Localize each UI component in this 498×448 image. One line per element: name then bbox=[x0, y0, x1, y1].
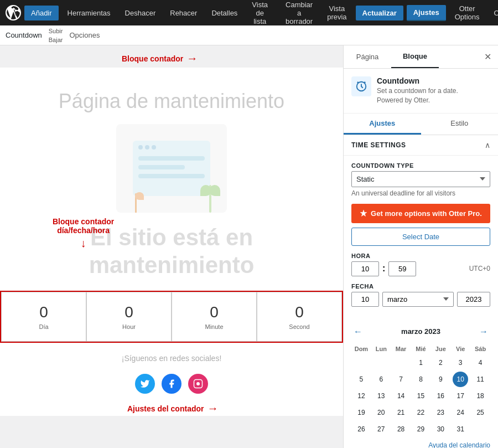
fecha-label: FECHA bbox=[351, 283, 490, 290]
twitter-icon[interactable] bbox=[135, 374, 155, 394]
cal-day-12[interactable]: 12 bbox=[354, 388, 369, 404]
time-colon: : bbox=[382, 264, 385, 274]
cal-day-19[interactable]: 19 bbox=[354, 405, 369, 420]
move-up-button[interactable]: Subir bbox=[46, 27, 65, 35]
cal-day-9[interactable]: 9 bbox=[433, 372, 448, 387]
countdown-label-minute: Minute bbox=[205, 323, 223, 330]
countdown-cell-second: 0 Second bbox=[257, 292, 342, 342]
options-menu[interactable]: Opciones bbox=[489, 6, 498, 20]
block-info: Countdown Set a countdown for a date.Pow… bbox=[344, 69, 498, 114]
preview-button[interactable]: Vista previa bbox=[321, 1, 352, 24]
cal-day-15[interactable]: 15 bbox=[413, 388, 428, 404]
cal-day-26[interactable]: 26 bbox=[354, 421, 369, 437]
breadcrumb-countdown: Countdown bbox=[6, 31, 42, 39]
cal-day-16[interactable]: 16 bbox=[433, 388, 448, 404]
cal-day-11[interactable]: 11 bbox=[473, 372, 488, 387]
cal-day-23[interactable]: 23 bbox=[433, 405, 448, 420]
cal-day-25[interactable]: 25 bbox=[473, 405, 488, 420]
hora-hour-input[interactable] bbox=[351, 261, 379, 276]
fecha-month-select[interactable]: marzo enerofebreroabril bbox=[382, 292, 454, 307]
countdown-label-hour: Hour bbox=[122, 323, 136, 330]
time-settings-section[interactable]: Time Settings ∧ bbox=[344, 135, 498, 156]
countdown-cell-dia: 0 Día bbox=[1, 292, 86, 342]
cal-day-14[interactable]: 14 bbox=[393, 388, 409, 404]
cal-day-6[interactable]: 6 bbox=[374, 372, 389, 387]
cal-header-sab: Sáb bbox=[470, 343, 490, 354]
countdown-type-group: COUNTDOWN TYPE Static An universal deadl… bbox=[351, 162, 490, 197]
illus-line-2 bbox=[138, 165, 185, 169]
cal-day-empty bbox=[354, 355, 369, 370]
cal-day-21[interactable]: 21 bbox=[393, 405, 409, 420]
block-name: Countdown bbox=[377, 76, 458, 85]
panel-tabs-row: Página Bloque ✕ bbox=[344, 45, 498, 69]
calendar-prev-button[interactable]: ← bbox=[351, 325, 365, 339]
tools-menu[interactable]: Herramientas bbox=[62, 6, 116, 20]
cal-day-1[interactable]: 1 bbox=[413, 355, 428, 370]
select-date-button[interactable]: Select Date bbox=[351, 228, 490, 246]
cal-day-10[interactable]: 10 bbox=[453, 372, 468, 387]
cal-day-22[interactable]: 22 bbox=[413, 405, 428, 420]
otter-pro-label: Get more options with Otter Pro. bbox=[371, 209, 482, 218]
cal-day-31[interactable]: 31 bbox=[453, 421, 468, 437]
wp-logo-icon[interactable] bbox=[6, 3, 21, 23]
countdown-type-select[interactable]: Static bbox=[351, 171, 490, 187]
countdown-type-label: COUNTDOWN TYPE bbox=[351, 162, 490, 169]
list-view-menu[interactable]: Vista de lista bbox=[246, 0, 273, 29]
countdown-number-minute: 0 bbox=[210, 303, 219, 321]
tab-ajustes[interactable]: Ajustes bbox=[344, 114, 421, 135]
add-button[interactable]: Añadir bbox=[24, 6, 59, 20]
cal-day-17[interactable]: 17 bbox=[453, 388, 468, 404]
cal-day-4[interactable]: 4 bbox=[473, 355, 488, 370]
calendar-next-button[interactable]: → bbox=[477, 325, 490, 339]
cal-day-28[interactable]: 28 bbox=[393, 421, 409, 437]
details-menu[interactable]: Detalles bbox=[206, 6, 243, 20]
page-title: Página de mantenimiento bbox=[59, 90, 284, 113]
close-panel-button[interactable]: ✕ bbox=[478, 47, 498, 66]
cal-day-2[interactable]: 2 bbox=[433, 355, 448, 370]
cal-header-jue: Jue bbox=[430, 343, 450, 354]
illus-inner bbox=[133, 141, 210, 196]
update-button[interactable]: Actualizar bbox=[356, 6, 403, 20]
cal-day-24[interactable]: 24 bbox=[453, 405, 468, 420]
otter-options-menu[interactable]: Otter Options bbox=[449, 1, 485, 24]
switch-draft-button[interactable]: Cambiar a borrador bbox=[280, 0, 318, 29]
cal-day-18[interactable]: 18 bbox=[473, 388, 488, 404]
time-row: : UTC+0 bbox=[351, 261, 490, 276]
tab-estilo[interactable]: Estilo bbox=[421, 114, 499, 135]
calendar-help-link[interactable]: Ayuda del calendario bbox=[428, 441, 490, 448]
cal-header-mar: Mar bbox=[391, 343, 411, 354]
countdown-label-dia: Día bbox=[39, 323, 48, 330]
cal-day-7[interactable]: 7 bbox=[393, 372, 409, 387]
illus-plant bbox=[199, 174, 221, 213]
tab-bloque[interactable]: Bloque bbox=[391, 45, 439, 68]
illus-line-1 bbox=[138, 156, 205, 161]
countdown-label-second: Second bbox=[289, 323, 309, 330]
cal-day-30[interactable]: 30 bbox=[433, 421, 448, 437]
fecha-day-input[interactable] bbox=[351, 292, 379, 307]
redo-button[interactable]: Rehacer bbox=[164, 6, 203, 20]
block-desc: Set a countdown for a date.Powered by Ot… bbox=[377, 86, 458, 105]
tab-pagina[interactable]: Página bbox=[344, 46, 391, 68]
svg-line-4 bbox=[365, 82, 366, 83]
cal-day-29[interactable]: 29 bbox=[413, 421, 428, 437]
section-chevron-icon: ∧ bbox=[485, 141, 490, 150]
otter-pro-button[interactable]: Get more options with Otter Pro. bbox=[351, 204, 490, 223]
settings-button[interactable]: Ajustes bbox=[407, 5, 446, 21]
cal-day-20[interactable]: 20 bbox=[374, 405, 389, 420]
move-down-button[interactable]: Bajar bbox=[46, 35, 65, 44]
cal-day-3[interactable]: 3 bbox=[453, 355, 468, 370]
calendar: ← marzo 2023 → Dom Lun Mar Mié Jue Vie S… bbox=[344, 320, 498, 448]
breadcrumb-options-label: Opciones bbox=[69, 31, 100, 39]
undo-button[interactable]: Deshacer bbox=[120, 6, 162, 20]
cal-day-5[interactable]: 5 bbox=[354, 372, 369, 387]
cal-day-8[interactable]: 8 bbox=[413, 372, 428, 387]
hora-minute-input[interactable] bbox=[388, 261, 416, 276]
facebook-icon[interactable] bbox=[162, 374, 181, 394]
date-row: marzo enerofebreroabril bbox=[351, 292, 490, 307]
cal-day-13[interactable]: 13 bbox=[374, 388, 389, 404]
cal-day-27[interactable]: 27 bbox=[374, 421, 389, 437]
illus-plant-left bbox=[127, 182, 144, 213]
fecha-year-input[interactable] bbox=[457, 292, 490, 307]
countdown-type-hint: An universal deadline for all visitors bbox=[351, 189, 490, 197]
instagram-icon[interactable] bbox=[188, 374, 208, 394]
